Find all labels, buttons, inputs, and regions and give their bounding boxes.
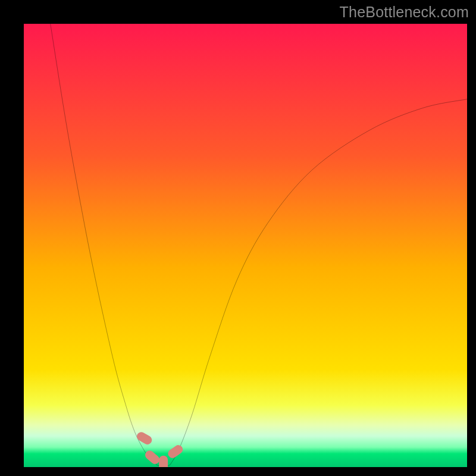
valley-marker-1 xyxy=(143,449,161,466)
series-left-branch xyxy=(51,24,157,465)
series-right-branch xyxy=(170,99,467,465)
chart-frame: TheBottleneck.com xyxy=(0,0,476,476)
curve-layer xyxy=(24,24,467,467)
valley-marker-2 xyxy=(159,456,168,467)
valley-marker-0 xyxy=(135,430,154,446)
valley-marker-3 xyxy=(167,443,185,460)
plot-area xyxy=(24,24,467,467)
watermark-text: TheBottleneck.com xyxy=(340,4,469,21)
